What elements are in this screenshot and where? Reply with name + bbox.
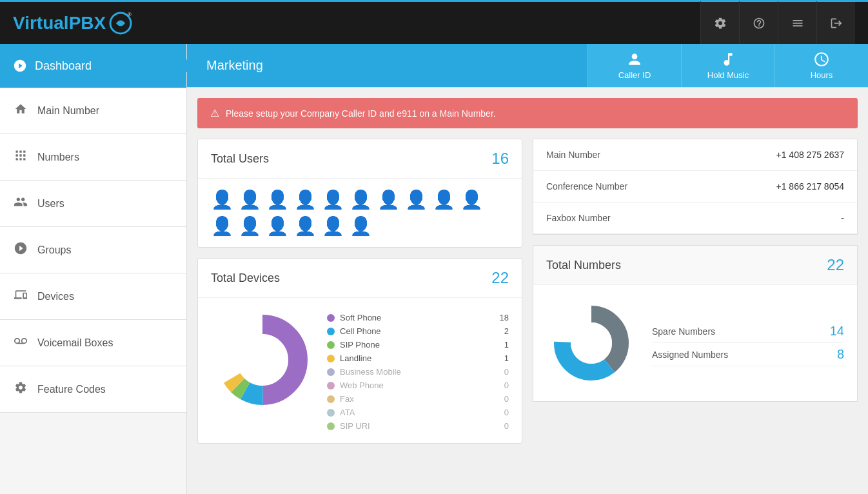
logo-virtual: Virtual <box>13 13 69 33</box>
home-icon <box>13 103 28 119</box>
businessmobile-dot <box>327 368 335 376</box>
content-body: Total Users 16 👤 👤 👤 👤 👤 👤 👤 👤 👤 <box>187 139 868 454</box>
devices-donut-svg <box>211 308 314 411</box>
total-numbers-header: Total Numbers 22 <box>533 246 857 285</box>
sidebar-item-groups[interactable]: Groups <box>0 227 186 273</box>
total-numbers-count: 22 <box>827 256 844 274</box>
alert-banner: ⚠ Please setup your Company Caller ID an… <box>197 98 858 128</box>
dashboard-icon <box>13 59 27 73</box>
numbers-label: Numbers <box>37 152 79 163</box>
logout-button[interactable] <box>816 1 855 45</box>
left-column: Total Users 16 👤 👤 👤 👤 👤 👤 👤 👤 👤 <box>197 139 522 444</box>
cellphone-label: Cell Phone <box>340 326 381 336</box>
user-icon: 👤 <box>460 189 483 210</box>
sidebar-item-users[interactable]: Users <box>0 181 186 227</box>
account-name: Marketing <box>206 58 263 73</box>
numbers-legend: Spare Numbers 14 Assigned Numbers 8 <box>652 320 844 366</box>
webphone-dot <box>327 382 335 390</box>
sidebar-dashboard-item[interactable]: Dashboard <box>0 44 186 88</box>
total-devices-count: 22 <box>491 269 509 287</box>
main-layout: Dashboard Main Number Numbers Users Grou <box>0 44 868 494</box>
nav-icons <box>700 1 855 45</box>
faxbox-number-row: Faxbox Number - <box>533 203 857 234</box>
dashboard-label: Dashboard <box>35 59 92 73</box>
main-number-label: Main Number <box>546 150 600 160</box>
legend-item-landline: Landline 1 <box>327 351 509 365</box>
assigned-numbers-row: Assigned Numbers 8 <box>652 343 844 366</box>
svg-point-9 <box>571 322 612 364</box>
total-users-header: Total Users 16 <box>198 139 522 179</box>
sidebar-item-main-number[interactable]: Main Number <box>0 88 186 134</box>
user-icon: 👤 <box>266 215 289 237</box>
faxbox-number-value: - <box>841 213 844 223</box>
main-number-label: Main Number <box>37 105 99 117</box>
logo-icon: ® <box>108 11 133 35</box>
conference-number-value: +1 866 217 8054 <box>776 181 845 192</box>
hours-icon <box>813 51 830 68</box>
softphone-count: 18 <box>500 313 509 322</box>
logo-pbx: PBX <box>69 13 106 33</box>
user-icon: 👤 <box>266 189 289 210</box>
user-icon: 👤 <box>350 215 372 237</box>
total-devices-title: Total Devices <box>211 272 280 285</box>
voicemail-boxes-label: Voicemail Boxes <box>37 337 113 349</box>
sidebar: Dashboard Main Number Numbers Users Grou <box>0 44 187 494</box>
right-column: Main Number +1 408 275 2637 Conference N… <box>533 139 858 444</box>
assigned-numbers-label: Assigned Numbers <box>652 350 728 360</box>
total-users-title: Total Users <box>211 152 269 166</box>
user-icon: 👤 <box>239 215 261 237</box>
user-icon: 👤 <box>322 189 344 210</box>
spare-numbers-label: Spare Numbers <box>652 326 715 337</box>
tab-hold-music[interactable]: Hold Music <box>681 44 774 87</box>
user-icon: 👤 <box>377 189 400 210</box>
menu-icon <box>791 17 804 30</box>
tab-caller-id[interactable]: Caller ID <box>587 44 681 87</box>
numbers-icon <box>13 149 28 165</box>
logout-icon <box>830 17 843 30</box>
tab-hours[interactable]: Hours <box>774 44 868 87</box>
users-grid: 👤 👤 👤 👤 👤 👤 👤 👤 👤 👤 👤 👤 👤 👤 <box>198 179 522 247</box>
numbers-donut-chart <box>546 298 636 388</box>
logo: VirtualPBX ® <box>13 11 700 35</box>
legend-item-webphone: Web Phone 0 <box>327 379 509 392</box>
alert-icon: ⚠ <box>210 107 219 119</box>
spare-numbers-count: 14 <box>830 324 844 339</box>
sidebar-item-voicemail-boxes[interactable]: Voicemail Boxes <box>0 320 186 366</box>
total-users-count: 16 <box>491 150 509 168</box>
svg-text:®: ® <box>128 12 132 17</box>
user-icon: 👤 <box>322 215 344 237</box>
legend-item-fax: Fax 0 <box>327 392 509 406</box>
feature-codes-icon <box>13 381 28 397</box>
legend-item-softphone: Soft Phone 18 <box>327 311 509 324</box>
total-devices-card: Total Devices 22 <box>197 258 522 444</box>
spare-numbers-row: Spare Numbers 14 <box>652 320 844 343</box>
sidebar-item-feature-codes[interactable]: Feature Codes <box>0 366 186 413</box>
landline-count: 1 <box>504 353 509 363</box>
hold-music-icon <box>720 51 736 68</box>
sipuri-dot <box>327 422 335 430</box>
svg-point-6 <box>237 334 288 386</box>
legend-item-cellphone: Cell Phone 2 <box>327 324 509 338</box>
settings-button[interactable] <box>700 1 739 45</box>
ata-label: ATA <box>340 408 355 417</box>
legend-item-sipphone: SIP Phone 1 <box>327 338 509 351</box>
fax-label: Fax <box>340 394 354 404</box>
sidebar-item-numbers[interactable]: Numbers <box>0 134 186 181</box>
menu-button[interactable] <box>778 1 816 45</box>
devices-label: Devices <box>37 291 74 302</box>
voicemail-icon <box>13 335 28 351</box>
total-numbers-card: Total Numbers 22 <box>533 245 858 402</box>
help-button[interactable] <box>739 1 778 45</box>
total-users-card: Total Users 16 👤 👤 👤 👤 👤 👤 👤 👤 👤 <box>197 139 522 248</box>
conference-number-label: Conference Number <box>546 181 627 192</box>
webphone-count: 0 <box>504 380 509 390</box>
user-icon: 👤 <box>405 189 428 210</box>
sipuri-count: 0 <box>504 421 509 431</box>
total-devices-header: Total Devices 22 <box>198 259 522 298</box>
softphone-dot <box>327 314 335 322</box>
sidebar-item-devices[interactable]: Devices <box>0 273 186 320</box>
softphone-label: Soft Phone <box>340 313 381 322</box>
caller-id-icon <box>626 51 643 68</box>
settings-icon <box>714 17 727 30</box>
ata-count: 0 <box>504 408 509 417</box>
